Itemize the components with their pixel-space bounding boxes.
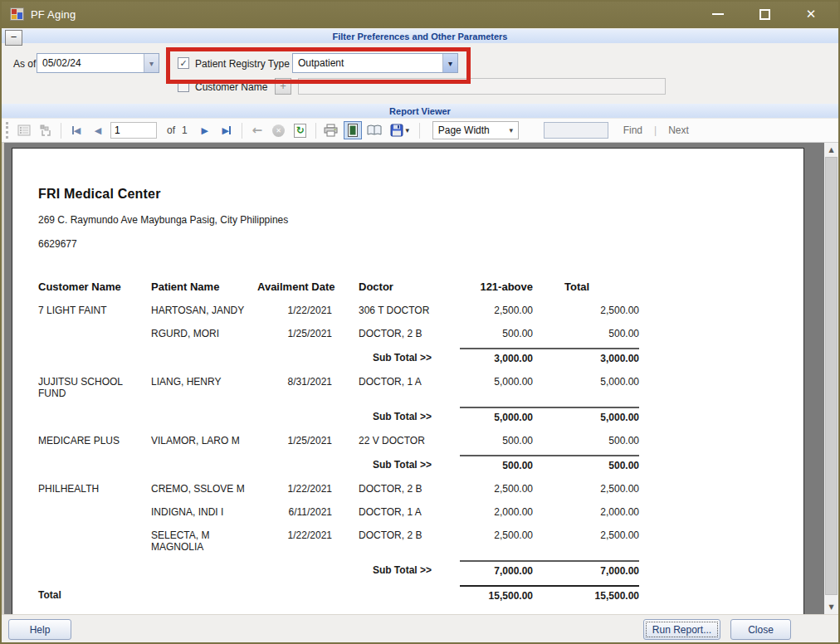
check-icon: ✓ <box>179 58 187 69</box>
refresh-button[interactable]: ↻ <box>291 121 310 139</box>
table-cell <box>38 349 151 373</box>
find-text-input[interactable] <box>544 122 608 139</box>
zoom-select[interactable]: Page Width ▾ <box>432 121 519 139</box>
table-cell: Sub Total >> <box>350 456 460 480</box>
scroll-up-button[interactable]: ▲ <box>824 143 838 157</box>
collapse-panel-button[interactable]: − <box>5 30 22 46</box>
table-cell: 5,000.00 <box>553 373 639 407</box>
table-cell <box>151 456 257 480</box>
find-link[interactable]: Find <box>623 124 642 136</box>
column-header: Total <box>553 281 639 301</box>
table-cell: RGURD, MORI <box>151 324 257 349</box>
report-table-body: 7 LIGHT FAINTHARTOSAN, JANDY1/22/2021306… <box>38 301 639 610</box>
as-of-label: As of <box>13 58 36 70</box>
table-cell: 500.00 <box>553 456 639 480</box>
viewer-section-header: Report Viewer <box>2 104 838 118</box>
maximize-button[interactable] <box>754 5 775 23</box>
column-header: Availment Date <box>257 281 350 301</box>
table-cell: Sub Total >> <box>350 407 460 432</box>
table-cell: 1/25/2021 <box>257 432 350 456</box>
column-header: Patient Name <box>151 281 257 301</box>
stop-rendering-button[interactable]: ✕ <box>270 121 288 139</box>
column-header: Customer Name <box>38 281 151 301</box>
toolbar-grip[interactable] <box>6 122 9 139</box>
back-icon: ← <box>252 123 262 138</box>
next-page-button[interactable]: ▶ <box>196 121 214 139</box>
page-setup-button[interactable] <box>365 121 383 139</box>
previous-page-button[interactable]: ◀ <box>89 121 107 139</box>
document-map-button[interactable] <box>15 121 33 139</box>
table-cell: 15,500.00 <box>460 586 553 610</box>
parameters-icon <box>39 124 52 137</box>
table-cell: 500.00 <box>553 432 639 456</box>
table-cell: DOCTOR, 2 B <box>350 480 460 503</box>
table-cell: Total <box>38 586 151 610</box>
table-cell: SELECTA, M MAGNOLIA <box>151 526 257 561</box>
table-cell: 3,000.00 <box>460 349 553 373</box>
table-cell: 1/22/2021 <box>257 480 350 503</box>
patient-registry-value: Outpatient <box>293 57 442 69</box>
table-cell: 2,000.00 <box>553 503 639 526</box>
column-header: 121-above <box>460 281 553 301</box>
vertical-scrollbar[interactable]: ▲ ▼ <box>824 143 838 614</box>
run-report-button[interactable]: Run Report... <box>643 619 720 640</box>
close-dialog-button[interactable]: Close <box>730 619 791 640</box>
close-button[interactable]: ✕ <box>800 5 822 23</box>
of-label: of <box>167 124 175 136</box>
table-cell: 3,000.00 <box>553 349 639 373</box>
table-cell <box>257 407 350 432</box>
table-cell: DOCTOR, 1 A <box>350 503 460 526</box>
table-cell <box>38 526 151 561</box>
close-icon: ✕ <box>806 8 817 21</box>
table-cell: 7,000.00 <box>460 561 553 586</box>
scrollbar-thumb[interactable] <box>825 157 838 595</box>
next-link[interactable]: Next <box>668 124 689 136</box>
first-page-button[interactable]: ◀ <box>67 121 85 139</box>
print-layout-button[interactable] <box>344 121 362 139</box>
table-cell: PHILHEALTH <box>38 480 151 503</box>
table-cell: 306 T DOCTOR <box>350 301 460 324</box>
column-header: Doctor <box>350 281 460 301</box>
table-cell: 2,500.00 <box>553 480 639 503</box>
help-button[interactable]: Help <box>8 619 71 640</box>
export-button[interactable]: ▾ <box>387 121 413 139</box>
document-map-icon <box>17 124 31 137</box>
parameters-button[interactable] <box>37 121 55 139</box>
chevron-down-icon: ▾ <box>149 59 154 68</box>
stop-icon: ✕ <box>272 124 285 137</box>
table-cell: 5,000.00 <box>460 407 553 432</box>
find-next-separator: | <box>654 124 657 136</box>
table-cell: 2,000.00 <box>460 503 553 526</box>
minimize-icon <box>712 13 724 15</box>
table-cell: 1/22/2021 <box>257 526 350 561</box>
refresh-icon: ↻ <box>294 124 306 138</box>
as-of-date-combo[interactable]: 05/02/24 ▾ <box>37 53 159 73</box>
scroll-down-button[interactable]: ▼ <box>824 600 838 614</box>
patient-registry-combo[interactable]: Outpatient ▾ <box>292 53 458 73</box>
report-facility-name: FRI Medical Center <box>38 187 803 202</box>
customer-name-label: Customer Name <box>195 81 267 93</box>
print-button[interactable] <box>322 121 340 139</box>
table-row: INDIGNA, INDI I6/11/2021DOCTOR, 1 A2,000… <box>38 503 639 526</box>
page-number-input[interactable] <box>110 122 157 139</box>
table-row: PHILHEALTHCREMO, SSLOVE M1/22/2021DOCTOR… <box>38 480 639 503</box>
maximize-icon <box>759 9 770 20</box>
patient-registry-checkbox[interactable]: ✓ <box>178 57 189 69</box>
next-page-icon: ▶ <box>201 125 208 136</box>
add-customer-button[interactable]: + <box>275 78 291 95</box>
page-total: 1 <box>182 124 188 136</box>
table-row: SELECTA, M MAGNOLIA1/22/2021DOCTOR, 2 B2… <box>38 526 639 561</box>
chevron-down-icon: ▾ <box>405 126 409 134</box>
minimize-button[interactable] <box>707 5 729 23</box>
customer-name-input[interactable] <box>298 78 666 95</box>
chevron-up-icon: ▲ <box>828 146 833 154</box>
print-layout-icon <box>346 124 359 137</box>
table-cell: 7,000.00 <box>553 561 639 586</box>
back-to-parent-button[interactable]: ← <box>248 121 266 139</box>
last-page-button[interactable]: ▶ <box>217 121 236 139</box>
table-cell: 1/25/2021 <box>257 324 350 349</box>
table-cell: VILAMOR, LARO M <box>151 432 257 456</box>
customer-name-checkbox[interactable] <box>178 80 189 92</box>
as-of-dropdown-button[interactable]: ▾ <box>144 54 159 72</box>
patient-registry-dropdown-button[interactable]: ▾ <box>442 54 457 72</box>
